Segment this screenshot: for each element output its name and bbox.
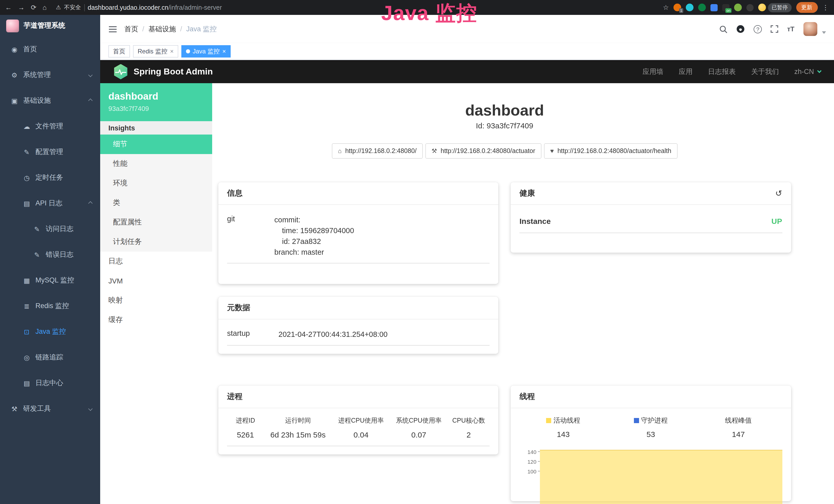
bookmark-star-icon[interactable]: ☆ [663,4,669,11]
browser-reload-icon[interactable]: ⟳ [31,4,37,11]
profile-smiley-icon[interactable] [758,4,766,11]
page-title: dashboard [218,102,791,119]
close-icon[interactable]: × [222,48,226,55]
metadata-card-title: 元数据 [227,303,250,313]
sba-item-config-props[interactable]: 配置属性 [100,212,212,232]
sba-nav-about[interactable]: 关于我们 [751,67,779,76]
extension-icon-leaf[interactable] [734,4,742,11]
breadcrumb-home[interactable]: 首页 [124,24,138,33]
sba-item-jvm[interactable]: JVM [100,271,212,291]
breadcrumb-current: Java 监控 [186,24,217,33]
metadata-card: 元数据 startup 2021-04-27T00:44:31.254+08:0… [218,297,499,354]
sidebar-item-dev-tools[interactable]: ⚒ 研发工具 [0,396,100,421]
peak-threads-value: 147 [695,430,782,438]
warning-icon: ⚠ [56,4,61,11]
tab-home[interactable]: 首页 [108,45,130,58]
extension-icon-paw[interactable] [746,4,753,11]
process-header-pid: 进程ID [227,416,264,425]
browser-forward-icon[interactable]: → [18,4,25,11]
sidebar-item-api-log[interactable]: ▤ API 日志 [0,190,100,216]
breadcrumb: 首页 / 基础设施 / Java 监控 [124,24,217,33]
instance-id-line: Id: 93a3fc7f7409 [218,121,791,130]
tab-label: Java 监控 [193,47,220,56]
breadcrumb-infra[interactable]: 基础设施 [149,24,176,33]
actuator-url-button[interactable]: ⚒ http://192.168.0.2:48080/actuator [425,143,542,159]
url-path[interactable]: /infra/admin-server [168,4,222,11]
sidebar-item-access-log[interactable]: ✎ 访问日志 [0,216,100,242]
close-icon[interactable]: × [170,48,174,55]
sba-item-classes[interactable]: 类 [100,193,212,212]
address-bar[interactable]: ⚠ 不安全 dashboard.yudao.iocoder.cn/infra/a… [56,4,222,11]
metadata-value: 2021-04-27T00:44:31.254+08:00 [279,329,388,340]
sidebar-item-home[interactable]: ◉ 首页 [0,37,100,62]
sba-nav-wall[interactable]: 应用墙 [642,67,663,76]
security-label: 不安全 [64,4,81,11]
info-git-row: git commit: time: 1596289704000 id: 27aa… [227,208,490,264]
extension-icon-green[interactable] [698,4,706,11]
font-size-icon[interactable]: ᴛT [787,25,794,33]
browser-toolbar: ← → ⟳ ⌂ ⚠ 不安全 dashboard.yudao.iocoder.cn… [0,0,834,15]
git-commit-line: commit: [274,215,354,225]
sidebar-item-trace[interactable]: ◎ 链路追踪 [0,345,100,370]
avatar[interactable] [803,22,817,36]
sidebar-item-label: 研发工具 [23,404,51,413]
search-icon[interactable] [719,25,727,33]
sba-brand[interactable]: Spring Boot Admin [113,64,213,79]
browser-menu-icon[interactable]: ⋮ [822,4,829,11]
sidebar-item-label: 系统管理 [23,70,51,79]
trace-icon: ◎ [23,353,31,361]
browser-back-icon[interactable]: ← [5,4,12,11]
sidebar-item-redis[interactable]: ≣ Redis 监控 [0,293,100,319]
sidebar-item-infra[interactable]: ▣ 基础设施 [0,88,100,113]
process-header-syscpu: 系统CPU使用率 [390,416,448,425]
sba-item-details[interactable]: 细节 [100,135,212,154]
fullscreen-icon[interactable] [771,25,778,33]
sba-item-logs[interactable]: 日志 [100,252,212,271]
tab-redis-monitor[interactable]: Redis 监控 × [133,45,178,58]
sidebar-item-system[interactable]: ⚙ 系统管理 [0,62,100,88]
sidebar-item-jobs[interactable]: ◷ 定时任务 [0,165,100,190]
actuator-url-label: http://192.168.0.2:48080/actuator [441,147,535,155]
sidebar-item-label: 日志中心 [36,379,63,388]
sba-group-insights: Insights [100,121,212,135]
sidebar-item-files[interactable]: ☁ 文件管理 [0,113,100,139]
url-host[interactable]: dashboard.yudao.iocoder.cn [88,4,168,11]
sba-item-scheduled-tasks[interactable]: 计划任务 [100,232,212,252]
github-icon[interactable] [736,25,745,33]
sba-lang-select[interactable]: zh-CN [794,68,821,75]
process-card: 进程 进程ID 运行时间 进程CPU使用率 [218,386,499,455]
screenshot-root: ← → ⟳ ⌂ ⚠ 不安全 dashboard.yudao.iocoder.cn… [0,0,834,504]
extension-icon-dark-on[interactable]: on [722,4,729,11]
sba-item-metrics[interactable]: 性能 [100,154,212,174]
sba-instance-header[interactable]: dashboard 93a3fc7f7409 [100,83,212,121]
sba-logo-icon [113,64,128,79]
daemon-threads-value: 53 [607,430,695,438]
health-url-button[interactable]: ♥ http://192.168.0.2:48080/actuator/heal… [544,143,678,159]
sidebar-item-config[interactable]: ✎ 配置管理 [0,139,100,165]
process-value-pid: 5261 [227,430,264,439]
tab-java-monitor[interactable]: Java 监控 × [181,45,231,58]
history-icon[interactable]: ↺ [775,189,782,198]
help-icon[interactable]: ? [753,25,762,33]
sidebar-item-error-log[interactable]: ✎ 错误日志 [0,242,100,268]
sidebar-item-mysql[interactable]: ▦ MySQL 监控 [0,268,100,293]
browser-home-icon[interactable]: ⌂ [43,4,47,11]
sidebar-item-java-monitor[interactable]: ⊡ Java 监控 [0,319,100,345]
sba-item-mappings[interactable]: 映射 [100,291,212,310]
extension-icon-pin[interactable] [686,4,694,11]
hamburger-icon[interactable] [108,25,117,32]
sidebar-item-log-center[interactable]: ▤ 日志中心 [0,370,100,396]
health-instance-row: Instance UP [520,208,782,233]
sba-item-caches[interactable]: 缓存 [100,310,212,330]
extension-icon-orange[interactable]: 1 [674,4,681,11]
instance-url-button[interactable]: ⌂ http://192.168.0.2:48080/ [332,143,423,159]
sba-navbar: Spring Boot Admin 应用墙 应用 日志报表 关于我们 zh-CN [100,60,834,83]
extension-icon-blue-grid[interactable] [710,4,718,11]
sba-item-environment[interactable]: 环境 [100,174,212,193]
sba-nav-applications[interactable]: 应用 [679,67,693,76]
browser-update-button[interactable]: 更新 [796,2,817,13]
sba-nav-journal[interactable]: 日志报表 [708,67,736,76]
process-value-uptime: 6d 23h 15m 59s [264,430,332,439]
sba-content: dashboard Id: 93a3fc7f7409 ⌂ http://192.… [212,83,834,504]
process-card-title: 进程 [227,392,242,402]
